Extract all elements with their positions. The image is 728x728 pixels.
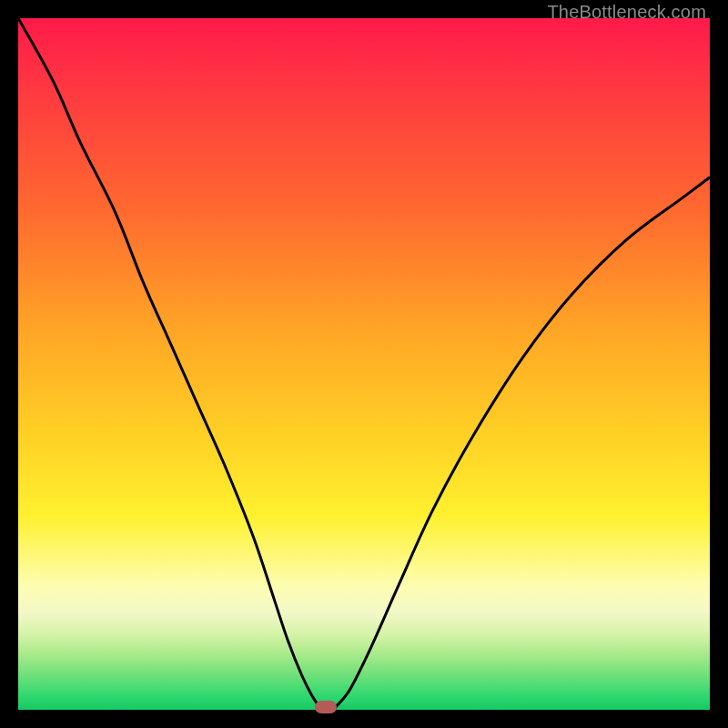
watermark-text: TheBottleneck.com	[547, 2, 706, 23]
chart-curve	[18, 18, 710, 710]
optimum-marker	[315, 701, 337, 713]
bottleneck-curve-path	[18, 18, 710, 708]
chart-frame: TheBottleneck.com	[0, 0, 728, 728]
